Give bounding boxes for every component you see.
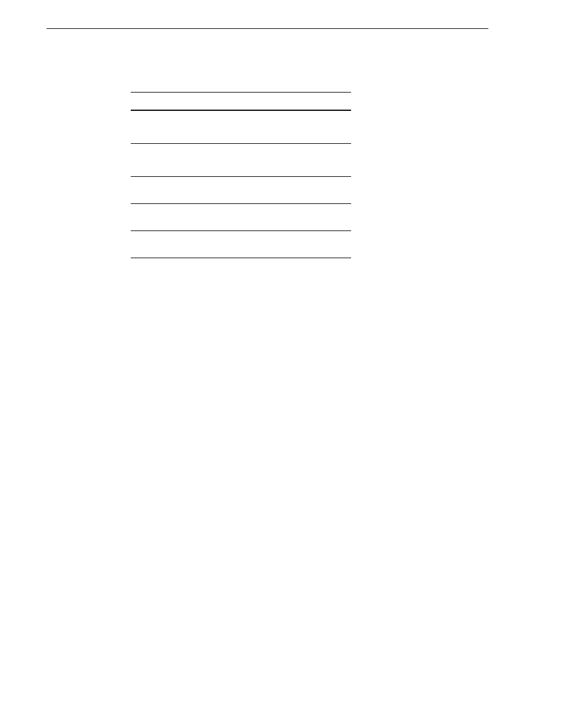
document-page bbox=[0, 0, 562, 728]
horizontal-rule-group bbox=[131, 92, 351, 258]
header-rule bbox=[47, 28, 488, 29]
horizontal-rule bbox=[131, 258, 351, 258]
